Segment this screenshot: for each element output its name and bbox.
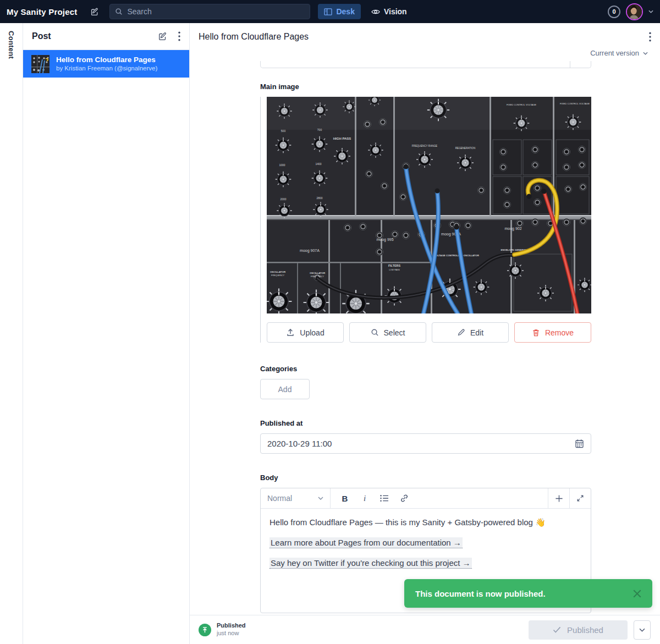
main-image-preview[interactable]: 500 700 1000 1400 2000 2800 HIGH PASS FR… xyxy=(267,97,591,313)
synth-panel-label: FREQUENCY RANGE xyxy=(412,145,437,147)
select-button[interactable]: Select xyxy=(349,322,426,343)
field-categories: Categories Add xyxy=(260,365,591,399)
edit-label: Edit xyxy=(470,328,483,337)
upload-icon xyxy=(286,328,295,337)
synth-panel-label: OSCILLATOR xyxy=(310,272,326,274)
link-button[interactable] xyxy=(394,488,414,508)
tab-vision[interactable]: Vision xyxy=(365,4,413,19)
sanity-studio-app: My Sanity Project xyxy=(0,0,660,644)
post-pane-header: Post xyxy=(23,23,189,50)
published-icon xyxy=(199,624,211,636)
synth-panel-label: moog 995 xyxy=(376,238,393,242)
image-actions: Upload Select xyxy=(267,322,591,343)
field-label: Published at xyxy=(260,419,591,427)
search-box xyxy=(109,4,310,19)
trash-icon xyxy=(532,328,540,337)
notifications-badge[interactable]: 0 xyxy=(608,5,620,18)
synth-panel-label: 1400 xyxy=(315,162,321,166)
toast-published: This document is now published. xyxy=(404,579,652,608)
body-paragraph: Hello from Cloudflare Pages — this is my… xyxy=(270,516,582,529)
synth-panel-label: REGENERATION xyxy=(455,147,475,150)
publish-status-time: just now xyxy=(217,630,246,637)
synth-panel-label: moog 902 xyxy=(504,227,521,231)
synth-panel-label: moog 907A xyxy=(300,249,320,253)
fullscreen-button[interactable] xyxy=(569,488,591,508)
field-label: Body xyxy=(260,474,591,482)
link-icon xyxy=(400,494,409,503)
chevron-down-icon xyxy=(643,52,648,55)
add-category-button[interactable]: Add xyxy=(260,379,310,399)
compose-icon[interactable] xyxy=(90,7,100,16)
chevron-down-icon xyxy=(318,497,323,500)
version-selector[interactable]: Current version xyxy=(199,43,652,57)
search-icon xyxy=(115,8,123,15)
list-item-subtitle: by Kristian Freeman (@signalnerve) xyxy=(56,64,157,73)
body-paragraph: Say hey on Twitter if you're checking ou… xyxy=(270,557,582,569)
published-at-value: 2020-10-29 11:00 xyxy=(267,439,575,448)
document-footer: Published just now Published xyxy=(190,615,660,644)
tab-content[interactable]: Content xyxy=(7,31,15,644)
avatar[interactable] xyxy=(626,3,643,20)
close-icon[interactable] xyxy=(633,590,641,598)
kebab-menu-icon[interactable] xyxy=(178,31,180,41)
field-label: Categories xyxy=(260,365,591,373)
list-item[interactable]: Hello from Cloudflare Pages by Kristian … xyxy=(23,50,189,78)
edit-button[interactable]: Edit xyxy=(432,322,509,343)
plus-icon xyxy=(555,494,563,503)
pencil-icon xyxy=(457,328,465,337)
remove-button[interactable]: Remove xyxy=(514,322,591,343)
calendar-icon[interactable] xyxy=(575,439,584,448)
synth-panel-label: 1000 xyxy=(279,163,285,167)
toast-message: This document is now published. xyxy=(415,589,546,598)
select-label: Select xyxy=(384,328,405,337)
tab-desk[interactable]: Desk xyxy=(318,4,360,19)
tab-desk-label: Desk xyxy=(336,7,354,16)
field-main-image: Main image xyxy=(260,82,591,343)
document-form: Main image xyxy=(190,57,660,615)
list-item-title: Hello from Cloudflare Pages xyxy=(56,55,157,65)
published-at-input[interactable]: 2020-10-29 11:00 xyxy=(260,433,591,454)
publish-button[interactable]: Published xyxy=(529,620,628,640)
search-input[interactable] xyxy=(127,7,305,16)
tool-tabs: Desk Vision xyxy=(318,4,413,19)
bold-button[interactable]: B xyxy=(335,488,355,508)
eye-icon xyxy=(371,8,380,15)
document-title: Hello from Cloudflare Pages xyxy=(199,32,648,42)
tab-vision-label: Vision xyxy=(384,7,407,16)
post-list-pane: Post xyxy=(23,23,190,644)
new-document-icon[interactable] xyxy=(158,31,168,41)
slug-field-partial[interactable] xyxy=(260,61,591,68)
synth-panel-label: 2000 xyxy=(280,197,286,201)
check-icon xyxy=(553,626,561,633)
document-kebab-menu-icon[interactable] xyxy=(648,31,652,43)
body-link[interactable]: Say hey on Twitter if you're checking ou… xyxy=(270,558,472,569)
navbar: My Sanity Project xyxy=(0,0,660,23)
style-select-value: Normal xyxy=(267,494,292,503)
navbar-right: 0 xyxy=(608,3,653,20)
publish-status: Published just now xyxy=(199,622,246,637)
chevron-down-icon xyxy=(639,628,645,632)
insert-block-button[interactable] xyxy=(548,488,569,508)
bullet-list-button[interactable] xyxy=(375,488,394,508)
list-item-thumbnail xyxy=(31,55,50,73)
synth-panel-label: 2800 xyxy=(316,196,322,200)
content-rail: Content xyxy=(0,23,23,644)
body-link[interactable]: Learn more about Pages from our document… xyxy=(270,537,463,548)
synth-panel-label: FILTERS xyxy=(388,264,400,267)
search-icon xyxy=(371,328,379,337)
upload-label: Upload xyxy=(300,328,324,337)
publish-button-label: Published xyxy=(567,625,603,635)
project-title[interactable]: My Sanity Project xyxy=(7,7,77,16)
user-menu-chevron-icon[interactable] xyxy=(648,10,653,13)
remove-label: Remove xyxy=(545,328,574,337)
style-select[interactable]: Normal xyxy=(261,488,331,508)
synth-panel-label: FREQUENCY xyxy=(271,274,284,277)
synth-panel-label: LOW PASS xyxy=(389,269,400,271)
body-paragraph: Learn more about Pages from our document… xyxy=(270,537,582,549)
upload-button[interactable]: Upload xyxy=(267,322,344,343)
main-area: Content Post xyxy=(0,23,660,644)
expand-icon xyxy=(576,494,584,502)
italic-button[interactable]: i xyxy=(355,488,375,508)
document-pane: Hello from Cloudflare Pages Current vers… xyxy=(190,23,660,644)
publish-menu-button[interactable] xyxy=(634,620,651,640)
